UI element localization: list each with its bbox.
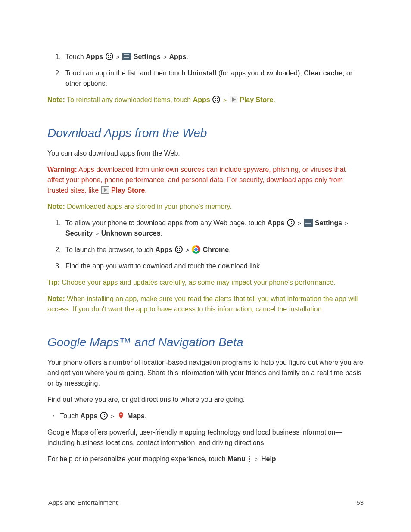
apps-icon [100,412,108,420]
step-1: To allow your phone to download apps fro… [63,218,364,239]
dot: . [145,412,146,420]
maps-findout: Find out where you are, or get direction… [47,395,364,405]
sep: > [344,220,349,227]
chrome-label: Chrome [201,246,229,253]
dot: . [161,230,162,237]
step-1: Touch Apps > Settings > Apps. [63,52,364,62]
settings-icon [122,53,131,60]
footer-section: Apps and Entertainment [48,499,118,506]
text: (for apps you downloaded), [216,69,304,77]
sep: > [95,230,101,237]
sep: > [162,54,169,60]
warning-block: Warning: Apps downloaded from unknown so… [47,165,364,196]
apps-label: Apps [86,53,103,60]
text: For help or to personalize your mapping … [47,455,227,463]
text: To allow your phone to download apps fro… [65,219,267,227]
tip-label: Tip: [47,279,60,286]
text: Touch an app in the list, and then touch [65,69,187,77]
play-store-icon [230,96,237,103]
help-label: Help [261,455,276,463]
play-store-icon [101,186,109,194]
apps-label-2: Apps [169,53,187,60]
maps-label: Maps [125,412,145,420]
warning-label: Warning: [47,166,77,173]
note-text: To reinstall any downloaded items, touch [65,96,193,103]
sep: > [223,97,229,103]
security-label: Security [65,230,95,237]
apps-icon [212,96,220,103]
maps-icon [117,412,125,420]
warning-body: Apps downloaded from unknown sources can… [47,166,346,194]
steps-list-2: To allow your phone to download apps fro… [55,218,364,271]
tip-block: Tip: Choose your apps and updates carefu… [47,277,364,288]
apps-label: Apps [155,246,172,253]
note-label: Note: [47,203,65,210]
apps-label: Apps [81,412,98,420]
intro-text: You can also download apps from the Web. [47,148,364,159]
apps-icon [175,246,183,253]
dot: . [273,96,275,103]
sep: > [255,456,261,463]
maps-bullet-list: Touch Apps > Maps. [53,411,364,421]
heading-download-apps: Download Apps from the Web [47,124,364,142]
settings-icon [304,219,313,227]
heading-google-maps: Google Maps™ and Navigation Beta [47,333,364,352]
note-reinstall: Note: To reinstall any downloaded items,… [47,95,364,105]
step-3: Find the app you want to download and to… [63,261,364,271]
dot: . [276,455,278,463]
page-content: Touch Apps > Settings > Apps. Touch an a… [47,52,364,464]
unknown-sources-label: Unknown sources [101,230,161,237]
sep: > [185,247,191,253]
footer-page-number: 53 [356,499,364,506]
sep: > [115,54,122,60]
text: Touch [60,412,80,420]
maps-intro: Your phone offers a number of location-b… [47,358,364,389]
settings-label: Settings [313,219,342,227]
sep: > [110,413,116,420]
note-install: Note: When installing an app, make sure … [47,294,364,314]
menu-label: Menu [227,455,246,463]
text: To launch the browser, touch [65,246,155,253]
note-text: Downloaded apps are stored in your phone… [65,203,232,210]
maps-offers: Google Maps offers powerful, user-friend… [47,427,364,448]
note-label: Note: [47,295,65,302]
steps-list-1: Touch Apps > Settings > Apps. Touch an a… [55,52,364,89]
clear-cache-label: Clear cache [304,69,342,77]
maps-bullet: Touch Apps > Maps. [53,411,364,421]
dot: . [145,187,146,194]
uninstall-label: Uninstall [187,69,217,77]
text: Touch [65,53,86,60]
apps-icon [106,53,113,60]
tip-text: Choose your apps and updates carefully, … [60,279,336,286]
apps-icon [287,219,295,227]
maps-help: For help or to personalize your mapping … [47,454,364,464]
note-storage: Note: Downloaded apps are stored in your… [47,202,364,212]
dot: . [229,246,230,253]
dot: . [187,53,188,60]
play-store-label: Play Store [109,187,145,194]
note-text: When installing an app, make sure you re… [47,295,358,313]
apps-label: Apps [193,96,210,103]
svg-point-0 [120,414,122,415]
settings-label: Settings [131,53,161,60]
sep: > [297,220,303,227]
page-footer: Apps and Entertainment 53 [48,499,364,506]
chrome-icon [192,245,200,254]
play-store-label: Play Store [238,96,274,103]
note-label: Note: [47,96,65,103]
menu-dots-icon [248,455,252,463]
step-2: To launch the browser, touch Apps > Chro… [63,245,364,255]
step-2: Touch an app in the list, and then touch… [63,68,364,89]
apps-label: Apps [267,219,284,227]
